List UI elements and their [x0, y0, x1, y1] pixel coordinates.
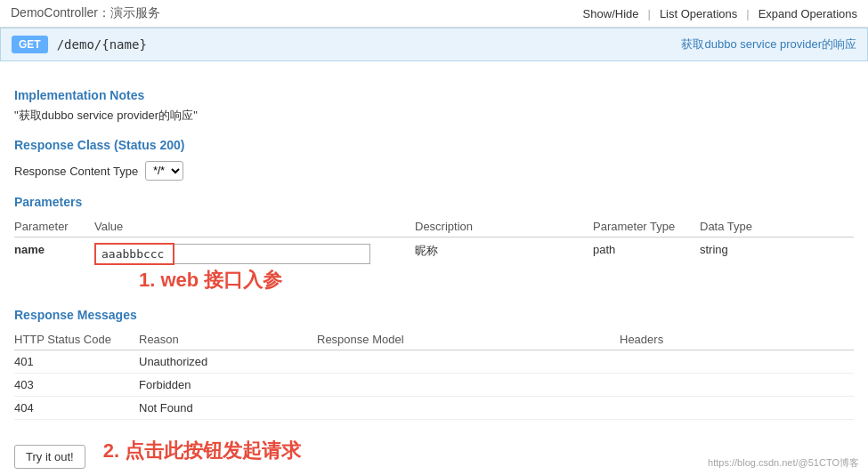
expand-operations-link[interactable]: Expand Operations — [758, 7, 857, 20]
col-headers: Headers — [620, 329, 854, 350]
show-hide-link[interactable]: Show/Hide — [583, 7, 639, 20]
col-parameter-type: Parameter Type — [593, 216, 700, 238]
response-messages-table: HTTP Status Code Reason Response Model H… — [14, 329, 854, 420]
header-actions: Show/Hide | List Operations | Expand Ope… — [583, 7, 857, 20]
parameters-table: Parameter Value Description Parameter Ty… — [14, 216, 854, 270]
param-type-cell: path — [593, 238, 700, 271]
model-cell-404 — [317, 397, 620, 420]
implementation-notes-title: Implementation Notes — [14, 88, 854, 102]
response-content-type-select[interactable]: */* — [145, 161, 183, 181]
reason-cell-401: Unauthorized — [139, 350, 317, 374]
implementation-notes-content: "获取dubbo service provider的响应" — [14, 108, 854, 124]
api-description: 获取dubbo service provider的响应 — [681, 36, 856, 52]
get-bar-left: GET /demo/{name} — [12, 36, 147, 53]
divider-2: | — [746, 7, 749, 20]
status-code-cell-401: 401 — [14, 350, 139, 374]
list-operations-link[interactable]: List Operations — [660, 7, 737, 20]
param-value-cell — [94, 238, 415, 271]
reason-cell-404: Not Found — [139, 397, 317, 420]
response-content-type-label: Response Content Type — [14, 165, 138, 178]
param-input-wrapper — [94, 243, 408, 265]
model-cell-401 — [317, 350, 620, 374]
table-row: 403 Forbidden — [14, 374, 854, 397]
col-status-code: HTTP Status Code — [14, 329, 139, 350]
param-data-type-cell: string — [700, 238, 854, 271]
controller-subtitle: 演示服务 — [110, 5, 160, 20]
main-content: Implementation Notes "获取dubbo service pr… — [0, 61, 868, 475]
col-value: Value — [94, 216, 415, 238]
col-reason: Reason — [139, 329, 317, 350]
table-row: 404 Not Found — [14, 397, 854, 420]
status-code-cell-404: 404 — [14, 397, 139, 420]
col-description: Description — [415, 216, 593, 238]
model-cell-403 — [317, 374, 620, 397]
separator: ： — [98, 5, 110, 20]
col-parameter: Parameter — [14, 216, 94, 238]
watermark: https://blog.csdn.net/@51CTO博客 — [708, 456, 859, 470]
annotation-1-text: 1. web 接口入参 — [139, 267, 282, 294]
reason-cell-403: Forbidden — [139, 374, 317, 397]
parameters-title: Parameters — [14, 195, 854, 209]
headers-cell-403 — [620, 374, 854, 397]
table-row: name 昵称 path string — [14, 238, 854, 271]
get-bar: GET /demo/{name} 获取dubbo service provide… — [0, 28, 868, 61]
response-content-type-row: Response Content Type */* — [14, 161, 854, 181]
col-response-model: Response Model — [317, 329, 620, 350]
annotation-1: 1. web 接口入参 — [14, 270, 854, 294]
param-description-cell: 昵称 — [415, 238, 593, 271]
http-method-badge: GET — [12, 36, 48, 53]
parameters-header-row: Parameter Value Description Parameter Ty… — [14, 216, 854, 238]
table-row: 401 Unauthorized — [14, 350, 854, 374]
try-it-out-button[interactable]: Try it out! — [14, 445, 85, 469]
annotation-2-text: 2. 点击此按钮发起请求 — [103, 438, 301, 464]
col-data-type: Data Type — [700, 216, 854, 238]
response-messages-title: Response Messages — [14, 308, 854, 322]
response-messages-header-row: HTTP Status Code Reason Response Model H… — [14, 329, 854, 350]
controller-name: DemoController — [11, 5, 98, 20]
top-header: DemoController：演示服务 Show/Hide | List Ope… — [0, 0, 868, 28]
param-value-input-filled[interactable] — [94, 243, 174, 265]
controller-title: DemoController：演示服务 — [11, 5, 160, 21]
headers-cell-401 — [620, 350, 854, 374]
status-code-cell-403: 403 — [14, 374, 139, 397]
headers-cell-404 — [620, 397, 854, 420]
divider-1: | — [647, 7, 650, 20]
param-name-cell: name — [14, 238, 94, 271]
param-value-input-extra[interactable] — [174, 244, 370, 264]
api-path: /demo/{name} — [57, 37, 147, 52]
response-class-title: Response Class (Status 200) — [14, 138, 854, 152]
